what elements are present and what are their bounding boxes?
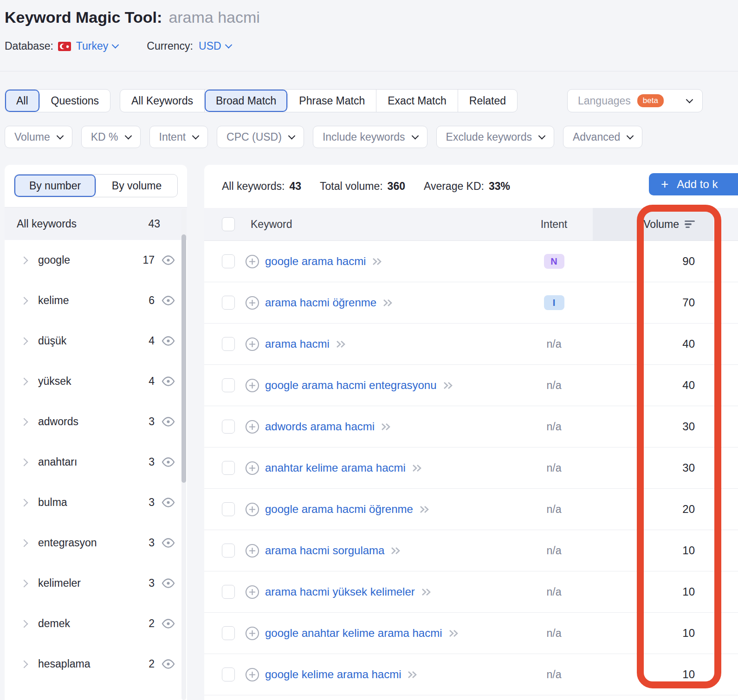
select-all-checkbox[interactable] [222, 217, 235, 231]
double-chevron-right-icon[interactable] [382, 298, 394, 307]
add-keyword-icon[interactable] [245, 420, 259, 434]
keyword-group-row[interactable]: anahtarı 3 [5, 442, 187, 482]
eye-icon[interactable] [161, 497, 175, 508]
double-chevron-right-icon[interactable] [390, 546, 401, 555]
chevron-right-icon[interactable] [20, 297, 28, 305]
match-type-tab[interactable]: Related [458, 90, 517, 112]
add-keyword-icon[interactable] [245, 585, 259, 599]
keyword-group-row[interactable]: kelime 6 [5, 280, 187, 321]
volume-column-header[interactable]: Volume [593, 208, 713, 240]
eye-icon[interactable] [161, 295, 175, 306]
keyword-link[interactable]: google arama hacmi entegrasyonu [265, 379, 437, 392]
match-type-tab[interactable]: Phrase Match [288, 90, 376, 112]
match-type-tab[interactable]: All Keywords [120, 90, 205, 112]
row-checkbox[interactable] [222, 668, 235, 681]
chevron-right-icon[interactable] [20, 660, 28, 668]
double-chevron-right-icon[interactable] [407, 670, 418, 679]
filter-dropdown[interactable]: CPC (USD) [217, 126, 304, 148]
add-keyword-icon[interactable] [245, 668, 259, 682]
filter-dropdown[interactable]: Include keywords [313, 126, 427, 148]
row-checkbox[interactable] [222, 420, 235, 434]
keyword-group-row[interactable]: entegrasyon 3 [5, 523, 187, 563]
filter-dropdown[interactable]: Volume [5, 126, 72, 148]
row-checkbox[interactable] [222, 337, 235, 351]
keyword-link[interactable]: arama hacmi [265, 337, 330, 350]
view-toggle-option[interactable]: By volume [96, 175, 177, 197]
keyword-link[interactable]: arama hacmi sorgulama [265, 544, 384, 557]
add-keyword-icon[interactable] [245, 461, 259, 475]
row-checkbox[interactable] [222, 296, 235, 310]
chevron-right-icon[interactable] [20, 579, 28, 587]
keyword-link[interactable]: anahtar kelime arama hacmi [265, 461, 406, 474]
add-keyword-icon[interactable] [245, 296, 259, 310]
keyword-link[interactable]: arama hacmi yüksek kelimeler [265, 585, 415, 598]
chevron-right-icon[interactable] [20, 458, 28, 466]
row-checkbox[interactable] [222, 585, 235, 599]
keyword-link[interactable]: google arama hacmi öğrenme [265, 503, 413, 516]
view-toggle-option[interactable]: By number [14, 175, 96, 197]
add-keyword-icon[interactable] [245, 378, 259, 393]
keyword-link[interactable]: adwords arama hacmi [265, 420, 375, 433]
eye-icon[interactable] [161, 416, 175, 427]
chevron-right-icon[interactable] [20, 256, 28, 264]
double-chevron-right-icon[interactable] [421, 588, 432, 596]
match-type-tab[interactable]: Broad Match [205, 90, 288, 112]
all-keywords-row[interactable]: All keywords 43 [5, 207, 187, 240]
eye-icon[interactable] [161, 618, 175, 629]
row-checkbox[interactable] [222, 502, 235, 516]
chevron-down-icon[interactable] [112, 41, 119, 49]
row-checkbox[interactable] [222, 626, 235, 640]
chevron-right-icon[interactable] [20, 377, 28, 385]
row-checkbox[interactable] [222, 461, 235, 475]
add-keyword-icon[interactable] [245, 502, 259, 517]
scope-tab[interactable]: All [5, 90, 40, 112]
double-chevron-right-icon[interactable] [380, 422, 392, 431]
keyword-group-row[interactable]: yüksek 4 [5, 361, 187, 402]
keyword-link[interactable]: google kelime arama hacmi [265, 668, 401, 681]
eye-icon[interactable] [161, 457, 175, 467]
keyword-link[interactable]: google arama hacmi [265, 255, 366, 268]
add-keyword-icon[interactable] [245, 626, 259, 641]
keyword-group-row[interactable]: google 17 [5, 240, 187, 280]
filter-dropdown[interactable]: Exclude keywords [436, 126, 554, 148]
add-keyword-icon[interactable] [245, 544, 259, 558]
add-keyword-icon[interactable] [245, 254, 259, 269]
chevron-down-icon[interactable] [225, 41, 232, 49]
double-chevron-right-icon[interactable] [335, 340, 347, 349]
double-chevron-right-icon[interactable] [411, 464, 423, 473]
keyword-group-row[interactable]: demek 2 [5, 603, 187, 644]
sidebar-scrollbar-thumb[interactable] [181, 234, 186, 483]
chevron-right-icon[interactable] [20, 539, 28, 547]
chevron-right-icon[interactable] [20, 418, 28, 426]
keyword-group-row[interactable]: adwords 3 [5, 402, 187, 442]
eye-icon[interactable] [161, 538, 175, 548]
currency-selector[interactable]: USD [199, 40, 221, 52]
keyword-link[interactable]: google anahtar kelime arama hacmi [265, 627, 442, 640]
keyword-link[interactable]: arama hacmi öğrenme [265, 296, 376, 309]
eye-icon[interactable] [161, 336, 175, 346]
eye-icon[interactable] [161, 578, 175, 589]
add-to-keyword-list-button[interactable]: Add to k [649, 173, 738, 195]
double-chevron-right-icon[interactable] [371, 257, 383, 266]
chevron-right-icon[interactable] [20, 499, 28, 506]
intent-column-header[interactable]: Intent [515, 218, 593, 231]
chevron-right-icon[interactable] [20, 620, 28, 628]
eye-icon[interactable] [161, 376, 175, 387]
keyword-group-row[interactable]: bulma 3 [5, 482, 187, 523]
database-selector[interactable]: Turkey [76, 40, 108, 52]
add-keyword-icon[interactable] [245, 337, 259, 351]
languages-dropdown[interactable]: Languages beta [567, 89, 703, 112]
double-chevron-right-icon[interactable] [442, 381, 454, 390]
filter-dropdown[interactable]: Advanced [563, 126, 642, 148]
row-checkbox[interactable] [222, 544, 235, 557]
double-chevron-right-icon[interactable] [419, 505, 430, 514]
filter-dropdown[interactable]: Intent [149, 126, 208, 148]
match-type-tab[interactable]: Exact Match [376, 90, 458, 112]
row-checkbox[interactable] [222, 378, 235, 392]
chevron-right-icon[interactable] [20, 337, 28, 345]
eye-icon[interactable] [161, 255, 175, 266]
keyword-group-row[interactable]: kelimeler 3 [5, 563, 187, 603]
scope-tab[interactable]: Questions [40, 90, 110, 112]
row-checkbox[interactable] [222, 254, 235, 268]
keyword-group-row[interactable]: hesaplama 2 [5, 644, 187, 684]
